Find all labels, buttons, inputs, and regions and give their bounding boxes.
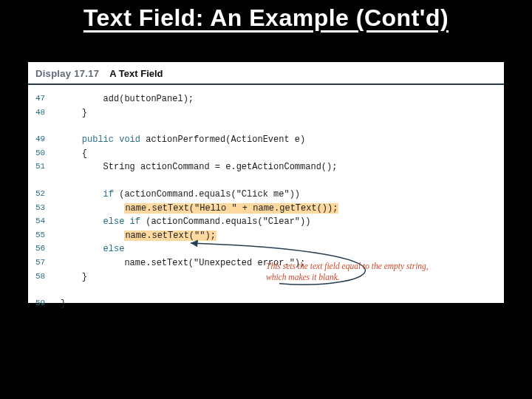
code-text: public void actionPerformed(ActionEvent …	[61, 133, 495, 147]
code-row: 49 public void actionPerformed(ActionEve…	[35, 133, 495, 147]
figure-display-title: A Text Field	[109, 68, 163, 79]
keyword: public void	[82, 134, 146, 145]
code-text: }	[61, 106, 495, 120]
line-number: 58	[35, 270, 61, 283]
code-row	[35, 284, 495, 297]
code-text: add(buttonPanel);	[61, 92, 495, 106]
line-number: 52	[35, 188, 61, 200]
line-number: 48	[35, 106, 61, 119]
slide-title: Text Field: An Example (Cont'd)	[0, 4, 532, 32]
code-text: {	[61, 147, 495, 161]
annotation-line-2: which makes it blank.	[266, 272, 429, 283]
code-row: 50 {	[35, 147, 495, 161]
code-text: name.setText("");	[61, 229, 495, 243]
code-row: 47 add(buttonPanel);	[35, 92, 495, 106]
code-row: 51 String actionCommand = e.getActionCom…	[35, 160, 495, 174]
figure-display-number: Display 17.17	[35, 68, 99, 79]
code-figure: Display 17.17 A Text Field 47 add(button…	[28, 62, 504, 303]
code-row: 48 }	[35, 106, 495, 120]
line-number: 47	[35, 92, 61, 105]
code-row	[35, 174, 495, 188]
code-row: 54 else if (actionCommand.equals("Clear"…	[35, 215, 495, 229]
annotation-text: This sets the text field equal to the em…	[266, 261, 429, 283]
code-text: name.setText("Hello " + name.getText());	[61, 202, 495, 216]
code-text: if (actionCommand.equals("Click me"))	[61, 188, 495, 202]
code-row	[35, 120, 495, 133]
code-body: 47 add(buttonPanel);48 }49 public void a…	[28, 85, 504, 316]
line-number: 49	[35, 133, 61, 146]
line-number: 55	[35, 229, 61, 242]
code-row: 56 else	[35, 242, 495, 256]
code-text: }	[61, 297, 495, 311]
line-number: 57	[35, 256, 61, 269]
line-number: 59	[35, 297, 61, 310]
highlighted-code: name.setText("");	[124, 231, 216, 241]
keyword: else if	[103, 216, 146, 227]
annotation-line-1: This sets the text field equal to the em…	[266, 261, 429, 272]
code-text: String actionCommand = e.getActionComman…	[61, 160, 495, 174]
line-number: 54	[35, 215, 61, 228]
code-text: else if (actionCommand.equals("Clear"))	[61, 215, 495, 229]
code-row: 52 if (actionCommand.equals("Click me"))	[35, 188, 495, 202]
slide-title-wrap: Text Field: An Example (Cont'd)	[0, 0, 532, 32]
line-number: 51	[35, 160, 61, 173]
line-number: 53	[35, 202, 61, 214]
code-row: 55 name.setText("");	[35, 229, 495, 243]
keyword: if	[103, 189, 120, 200]
code-row: 59}	[35, 297, 495, 311]
slide: Text Field: An Example (Cont'd) Display …	[0, 0, 532, 399]
keyword: else	[103, 244, 125, 254]
line-number: 56	[35, 242, 61, 255]
code-text: else	[61, 242, 495, 256]
figure-header: Display 17.17 A Text Field	[28, 62, 504, 85]
line-number: 50	[35, 147, 61, 160]
code-row: 53 name.setText("Hello " + name.getText(…	[35, 202, 495, 216]
highlighted-code: name.setText("Hello " + name.getText());	[124, 203, 338, 214]
